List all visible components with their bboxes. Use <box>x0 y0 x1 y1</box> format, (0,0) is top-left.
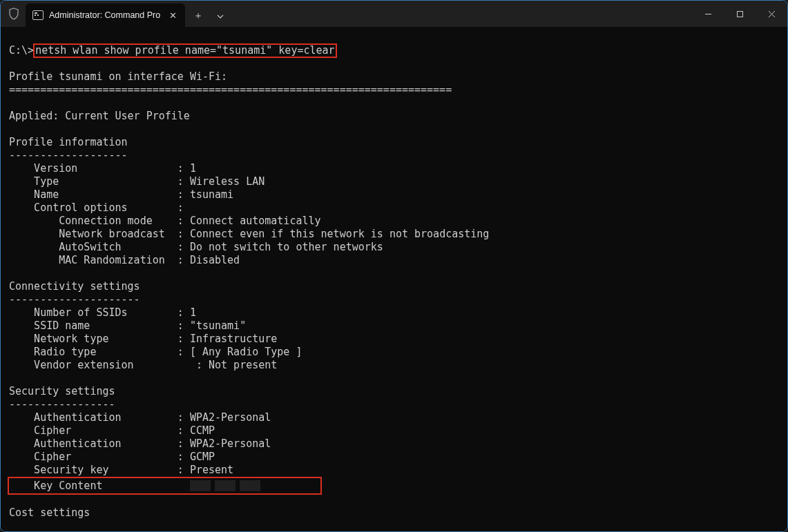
kv-key: Version <box>9 162 177 175</box>
kv-value: Disabled <box>190 254 240 267</box>
blank-line <box>9 97 779 110</box>
kv-value: CCMP <box>190 424 215 437</box>
kv-sep: : <box>177 346 190 359</box>
kv-key: Authentication <box>9 437 177 451</box>
window-close-button[interactable] <box>756 1 787 27</box>
blank-line <box>9 123 779 136</box>
kv-key: AutoSwitch <box>9 241 177 254</box>
header-bar: ========================================… <box>9 83 779 97</box>
section-profile-info: Profile information <box>9 136 779 149</box>
redacted-block <box>215 480 236 491</box>
kv-sep: : <box>177 175 190 188</box>
kv-row: Network broadcast : Connect even if this… <box>9 228 779 241</box>
kv-row: Security key : Present <box>9 464 779 477</box>
kv-row: Version : 1 <box>9 162 779 175</box>
kv-row: MAC Randomization : Disabled <box>9 254 779 267</box>
prompt-prefix: C:\> <box>9 44 34 57</box>
kv-sep: : <box>177 306 190 319</box>
kv-key: Security key <box>9 464 177 477</box>
kv-value: "tsunami" <box>190 319 246 333</box>
prompt-line: C:\>netsh wlan show profile name="tsunam… <box>9 44 779 57</box>
kv-key: Network broadcast <box>9 228 177 241</box>
kv-key: Radio type <box>9 346 177 359</box>
kv-key: Type <box>9 175 177 188</box>
kv-sep: : <box>177 215 190 228</box>
kv-value: GCMP <box>190 451 215 464</box>
blank-line <box>9 31 779 44</box>
kv-row: AutoSwitch : Do not switch to other netw… <box>9 241 779 254</box>
terminal-output[interactable]: C:\>netsh wlan show profile name="tsunam… <box>1 27 787 531</box>
key-content-highlight: Key Content <box>9 478 320 493</box>
redacted-block <box>190 480 211 491</box>
kv-value: WPA2-Personal <box>190 411 271 424</box>
kv-row: Authentication : WPA2-Personal <box>9 437 779 451</box>
kv-key: Cipher <box>9 451 177 464</box>
section-cost: Cost settings <box>9 506 779 520</box>
blank-line <box>9 372 779 385</box>
section-dashes: ------------------- <box>9 149 779 162</box>
kv-sep: : <box>177 411 190 424</box>
titlebar[interactable]: Administrator: Command Pro ✕ ＋ <box>1 1 787 27</box>
key-content-row: Key Content <box>9 477 779 493</box>
kv-row: Network type : Infrastructure <box>9 333 779 346</box>
kv-key: MAC Randomization <box>9 254 177 267</box>
blank-line <box>9 267 779 280</box>
command-text: netsh wlan show profile name="tsunami" k… <box>35 44 334 57</box>
kv-key: Network type <box>9 333 177 346</box>
window-controls <box>692 1 787 27</box>
kv-sep: : <box>177 451 190 464</box>
kv-sep: : <box>177 162 190 175</box>
section-dashes: ----------------- <box>9 398 779 411</box>
section-security: Security settings <box>9 385 779 398</box>
kv-value: Connect automatically <box>190 215 321 228</box>
kv-sep: : <box>177 464 190 477</box>
tab-close-button[interactable]: ✕ <box>166 10 180 21</box>
kv-value: 1 <box>190 306 196 319</box>
kv-value: Infrastructure <box>190 333 277 346</box>
maximize-button[interactable] <box>724 1 756 27</box>
blank-line <box>9 493 779 506</box>
kv-row: Vendor extension : Not present <box>9 359 779 372</box>
kv-value: 1 <box>190 162 196 175</box>
kv-row: Radio type : [ Any Radio Type ] <box>9 346 779 359</box>
kv-value: Do not switch to other networks <box>190 241 383 254</box>
key-content-label: Key Content <box>9 480 177 492</box>
minimize-button[interactable] <box>692 1 724 27</box>
tab-dropdown-button[interactable] <box>211 13 229 20</box>
kv-sep: : <box>177 254 190 267</box>
terminal-window: Administrator: Command Pro ✕ ＋ C:\>netsh… <box>0 0 788 532</box>
svg-rect-1 <box>737 11 742 17</box>
kv-row: Name : tsunami <box>9 188 779 201</box>
kv-key: SSID name <box>9 319 177 333</box>
kv-row: Cipher : GCMP <box>9 451 779 464</box>
kv-row: Cipher : CCMP <box>9 424 779 437</box>
kv-value: Connect even if this network is not broa… <box>190 228 489 241</box>
kv-sep: : <box>177 241 190 254</box>
kv-row: SSID name : "tsunami" <box>9 319 779 333</box>
kv-row: Control options : <box>9 201 779 215</box>
tab-active[interactable]: Administrator: Command Pro ✕ <box>26 3 185 27</box>
kv-value: [ Any Radio Type ] <box>190 346 302 359</box>
new-tab-button[interactable]: ＋ <box>186 10 210 22</box>
section-connectivity: Connectivity settings <box>9 280 779 293</box>
kv-key: Control options <box>9 201 177 215</box>
kv-value: tsunami <box>190 188 233 201</box>
kv-row: Authentication : WPA2-Personal <box>9 411 779 424</box>
profile-header: Profile tsunami on interface Wi-Fi: <box>9 70 779 83</box>
kv-sep: : <box>177 424 190 437</box>
kv-row: Connection mode : Connect automatically <box>9 215 779 228</box>
kv-value: Present <box>190 464 233 477</box>
cmd-icon <box>32 10 44 20</box>
kv-sep: : <box>177 333 190 346</box>
kv-key: Authentication <box>9 411 177 424</box>
kv-row: Type : Wireless LAN <box>9 175 779 188</box>
tab-title: Administrator: Command Pro <box>49 10 160 20</box>
kv-row: Number of SSIDs : 1 <box>9 306 779 319</box>
titlebar-left: Administrator: Command Pro ✕ ＋ <box>1 1 229 27</box>
section-dashes: --------------------- <box>9 293 779 306</box>
kv-sep: : <box>177 201 184 215</box>
blank-line <box>9 57 779 70</box>
kv-sep: : <box>177 437 190 451</box>
kv-key: Connection mode <box>9 215 177 228</box>
kv-key: Vendor extension <box>9 359 177 372</box>
